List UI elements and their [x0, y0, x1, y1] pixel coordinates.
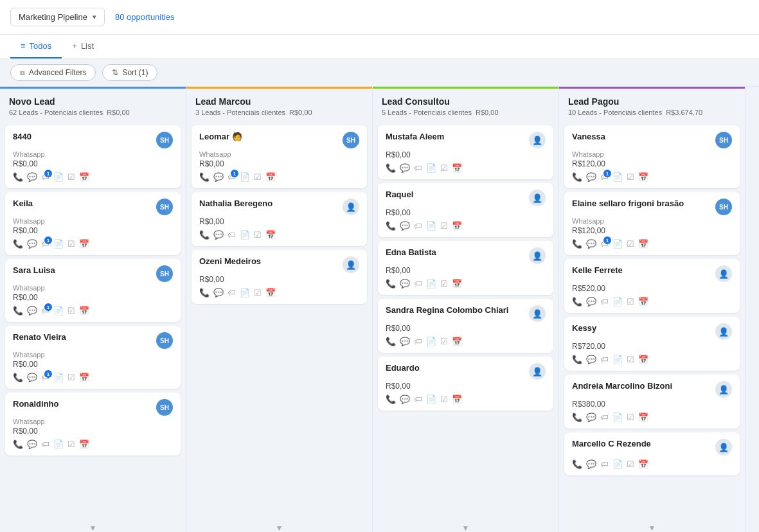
- tag-icon[interactable]: 🏷: [414, 163, 422, 173]
- tag-icon[interactable]: 🏷: [414, 395, 422, 404]
- phone-icon[interactable]: 📞: [199, 288, 210, 297]
- card-kelle-ferrete[interactable]: Kelle Ferrete 👤 R$520,00 📞 💬 🏷 📄 ☑ 📅: [564, 259, 740, 313]
- chat-icon[interactable]: 💬: [586, 459, 596, 469]
- tag-icon[interactable]: 🏷1: [41, 239, 49, 249]
- card-ronaldinho[interactable]: Ronaldinho SH Whatsapp R$0,00 📞 💬 🏷 📄 ☑ …: [5, 393, 181, 456]
- tag-icon[interactable]: 🏷1: [41, 306, 49, 315]
- card-ozeni-medeiros[interactable]: Ozeni Medeiros 👤 R$0,00 📞 💬 🏷 📄 ☑ 📅: [192, 250, 367, 304]
- scroll-indicator[interactable]: ▼: [559, 521, 745, 532]
- calendar-icon[interactable]: 📅: [79, 373, 89, 382]
- document-icon[interactable]: 📄: [426, 279, 436, 288]
- check-icon[interactable]: ☑: [627, 297, 634, 306]
- check-icon[interactable]: ☑: [254, 172, 262, 182]
- card-sara-luisa[interactable]: Sara Luisa SH Whatsapp R$0,00 📞 💬 🏷1 📄 ☑…: [5, 259, 181, 322]
- chat-icon[interactable]: 💬: [27, 239, 37, 249]
- card-nathalia-beregeno[interactable]: Nathalia Beregeno 👤 R$0,00 📞 💬 🏷 📄 ☑ 📅: [192, 192, 367, 246]
- card-mustafa-aleem[interactable]: Mustafa Aleem 👤 R$0,00 📞 💬 🏷 📄 ☑ 📅: [378, 125, 553, 179]
- check-icon[interactable]: ☑: [627, 172, 634, 182]
- document-icon[interactable]: 📄: [53, 439, 64, 449]
- chat-icon[interactable]: 💬: [27, 306, 37, 315]
- calendar-icon[interactable]: 📅: [452, 279, 462, 288]
- calendar-icon[interactable]: 📅: [79, 306, 89, 315]
- check-icon[interactable]: ☑: [67, 172, 75, 182]
- document-icon[interactable]: 📄: [53, 373, 64, 382]
- document-icon[interactable]: 📄: [240, 172, 250, 182]
- card-8440[interactable]: 8440 SH Whatsapp R$0,00 📞 💬 🏷1 📄 ☑ 📅: [5, 125, 181, 188]
- check-icon[interactable]: ☑: [440, 221, 448, 231]
- chat-icon[interactable]: 💬: [213, 172, 224, 182]
- chat-icon[interactable]: 💬: [400, 337, 410, 346]
- calendar-icon[interactable]: 📅: [265, 288, 276, 297]
- check-icon[interactable]: ☑: [440, 279, 448, 288]
- phone-icon[interactable]: 📞: [13, 172, 23, 182]
- check-icon[interactable]: ☑: [254, 230, 262, 240]
- advanced-filters-button[interactable]: ⧈ Advanced Filters: [10, 64, 96, 81]
- tag-icon[interactable]: 🏷: [600, 355, 609, 364]
- check-icon[interactable]: ☑: [627, 355, 634, 364]
- document-icon[interactable]: 📄: [612, 355, 623, 364]
- document-icon[interactable]: 📄: [240, 288, 250, 297]
- phone-icon[interactable]: 📞: [572, 239, 582, 249]
- document-icon[interactable]: 📄: [426, 221, 436, 231]
- tag-icon[interactable]: 🏷: [414, 279, 422, 288]
- tag-icon[interactable]: 🏷: [600, 412, 609, 422]
- chat-icon[interactable]: 💬: [27, 172, 37, 182]
- phone-icon[interactable]: 📞: [13, 439, 23, 449]
- tag-icon[interactable]: 🏷1: [41, 172, 49, 182]
- check-icon[interactable]: ☑: [627, 239, 634, 249]
- document-icon[interactable]: 📄: [53, 172, 64, 182]
- document-icon[interactable]: 📄: [426, 395, 436, 404]
- chat-icon[interactable]: 💬: [27, 373, 37, 382]
- card-marcello-c-rezende[interactable]: Marcello C Rezende 👤 📞 💬 🏷 📄 ☑ 📅: [564, 432, 740, 475]
- chat-icon[interactable]: 💬: [586, 239, 596, 249]
- document-icon[interactable]: 📄: [53, 306, 64, 315]
- document-icon[interactable]: 📄: [612, 239, 623, 249]
- tag-icon[interactable]: 🏷: [228, 230, 236, 240]
- chat-icon[interactable]: 💬: [213, 230, 224, 240]
- phone-icon[interactable]: 📞: [386, 221, 396, 231]
- check-icon[interactable]: ☑: [627, 412, 634, 422]
- calendar-icon[interactable]: 📅: [452, 163, 462, 173]
- tag-icon[interactable]: 🏷: [228, 288, 236, 297]
- document-icon[interactable]: 📄: [53, 239, 64, 249]
- card-kessy[interactable]: Kessy 👤 R$720,00 📞 💬 🏷 📄 ☑ 📅: [564, 317, 740, 371]
- calendar-icon[interactable]: 📅: [265, 230, 276, 240]
- chat-icon[interactable]: 💬: [400, 221, 410, 231]
- tag-icon[interactable]: 🏷: [41, 439, 49, 449]
- phone-icon[interactable]: 📞: [13, 239, 23, 249]
- card-elaine-sellaro-frigoni-brasão[interactable]: Elaine sellaro frigoni brasão SH Whatsap…: [564, 192, 740, 255]
- check-icon[interactable]: ☑: [67, 373, 75, 382]
- chat-icon[interactable]: 💬: [586, 412, 596, 422]
- check-icon[interactable]: ☑: [440, 163, 448, 173]
- calendar-icon[interactable]: 📅: [79, 172, 89, 182]
- document-icon[interactable]: 📄: [612, 412, 623, 422]
- chat-icon[interactable]: 💬: [213, 288, 224, 297]
- calendar-icon[interactable]: 📅: [638, 239, 648, 249]
- tab-todos[interactable]: ≡ Todos: [10, 35, 62, 58]
- pipeline-selector[interactable]: Marketing Pipeline ▾: [10, 8, 105, 26]
- calendar-icon[interactable]: 📅: [452, 221, 462, 231]
- chat-icon[interactable]: 💬: [27, 439, 37, 449]
- phone-icon[interactable]: 📞: [572, 459, 582, 469]
- tag-icon[interactable]: 🏷: [414, 221, 422, 231]
- phone-icon[interactable]: 📞: [13, 373, 23, 382]
- check-icon[interactable]: ☑: [254, 288, 262, 297]
- calendar-icon[interactable]: 📅: [638, 297, 648, 306]
- calendar-icon[interactable]: 📅: [638, 412, 648, 422]
- check-icon[interactable]: ☑: [627, 459, 634, 469]
- calendar-icon[interactable]: 📅: [638, 172, 648, 182]
- card-keila[interactable]: Keila SH Whatsapp R$0,00 📞 💬 🏷1 📄 ☑ 📅: [5, 192, 181, 255]
- calendar-icon[interactable]: 📅: [452, 337, 462, 346]
- card-renato-vieira[interactable]: Renato Vieira SH Whatsapp R$0,00 📞 💬 🏷1 …: [5, 326, 181, 389]
- card-eduardo[interactable]: Eduardo 👤 R$0,00 📞 💬 🏷 📄 ☑ 📅: [378, 357, 553, 411]
- tag-icon[interactable]: 🏷: [600, 297, 609, 306]
- calendar-icon[interactable]: 📅: [79, 239, 89, 249]
- phone-icon[interactable]: 📞: [572, 355, 582, 364]
- chat-icon[interactable]: 💬: [400, 395, 410, 404]
- card-raquel[interactable]: Raquel 👤 R$0,00 📞 💬 🏷 📄 ☑ 📅: [378, 183, 553, 237]
- tag-icon[interactable]: 🏷1: [600, 239, 609, 249]
- calendar-icon[interactable]: 📅: [638, 355, 648, 364]
- document-icon[interactable]: 📄: [426, 337, 436, 346]
- check-icon[interactable]: ☑: [440, 337, 448, 346]
- chat-icon[interactable]: 💬: [586, 172, 596, 182]
